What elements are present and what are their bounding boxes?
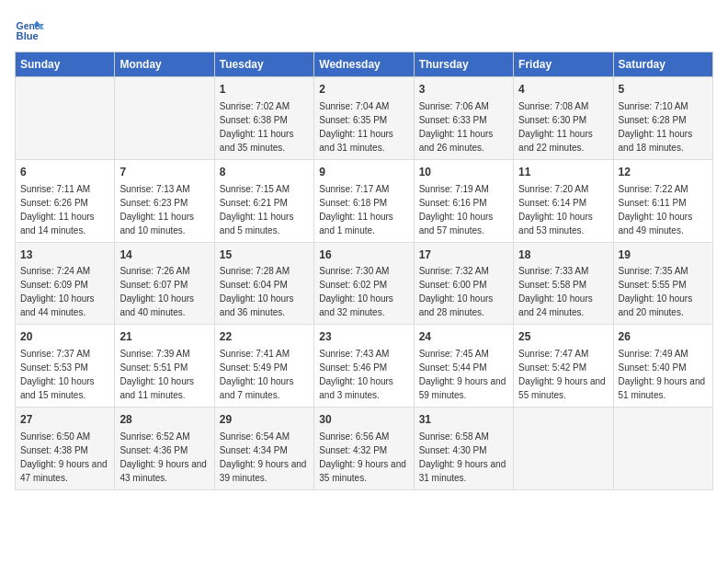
calendar-cell: 13Sunrise: 7:24 AMSunset: 6:09 PMDayligh… bbox=[16, 242, 115, 325]
day-info: Sunrise: 7:37 AMSunset: 5:53 PMDaylight:… bbox=[20, 349, 95, 400]
day-info: Sunrise: 7:43 AMSunset: 5:46 PMDaylight:… bbox=[319, 349, 393, 400]
day-number: 12 bbox=[619, 165, 708, 180]
calendar-cell: 3Sunrise: 7:06 AMSunset: 6:33 PMDaylight… bbox=[414, 77, 513, 160]
calendar-cell: 10Sunrise: 7:19 AMSunset: 6:16 PMDayligh… bbox=[414, 159, 513, 242]
calendar-cell: 12Sunrise: 7:22 AMSunset: 6:11 PMDayligh… bbox=[613, 159, 712, 242]
day-info: Sunrise: 7:26 AMSunset: 6:07 PMDaylight:… bbox=[119, 266, 194, 317]
calendar-cell: 8Sunrise: 7:15 AMSunset: 6:21 PMDaylight… bbox=[214, 159, 313, 242]
calendar-cell: 30Sunrise: 6:56 AMSunset: 4:32 PMDayligh… bbox=[314, 408, 414, 490]
calendar-week-row: 20Sunrise: 7:37 AMSunset: 5:53 PMDayligh… bbox=[16, 325, 713, 408]
svg-text:Blue: Blue bbox=[17, 30, 39, 41]
calendar-cell: 16Sunrise: 7:30 AMSunset: 6:02 PMDayligh… bbox=[314, 242, 414, 325]
day-info: Sunrise: 7:24 AMSunset: 6:09 PMDaylight:… bbox=[20, 266, 95, 317]
day-number: 29 bbox=[220, 412, 309, 428]
day-info: Sunrise: 7:04 AMSunset: 6:35 PMDaylight:… bbox=[319, 101, 393, 153]
calendar-header-row: SundayMondayTuesdayWednesdayThursdayFrid… bbox=[16, 52, 713, 77]
calendar-cell: 14Sunrise: 7:26 AMSunset: 6:07 PMDayligh… bbox=[115, 242, 214, 325]
day-header-thursday: Thursday bbox=[414, 52, 513, 77]
day-number: 7 bbox=[119, 165, 209, 180]
calendar-cell: 23Sunrise: 7:43 AMSunset: 5:46 PMDayligh… bbox=[314, 325, 414, 408]
day-number: 16 bbox=[319, 247, 408, 263]
day-number: 6 bbox=[20, 165, 109, 180]
day-number: 30 bbox=[319, 412, 408, 428]
day-number: 20 bbox=[20, 329, 109, 345]
calendar-cell: 7Sunrise: 7:13 AMSunset: 6:23 PMDaylight… bbox=[115, 159, 214, 242]
day-number: 26 bbox=[619, 329, 708, 345]
day-header-sunday: Sunday bbox=[16, 52, 115, 77]
calendar-week-row: 27Sunrise: 6:50 AMSunset: 4:38 PMDayligh… bbox=[16, 408, 713, 490]
day-info: Sunrise: 6:58 AMSunset: 4:30 PMDaylight:… bbox=[419, 431, 506, 483]
day-number: 2 bbox=[319, 82, 408, 98]
day-info: Sunrise: 6:50 AMSunset: 4:38 PMDaylight:… bbox=[20, 431, 108, 483]
calendar-cell: 20Sunrise: 7:37 AMSunset: 5:53 PMDayligh… bbox=[16, 325, 115, 408]
calendar-cell: 5Sunrise: 7:10 AMSunset: 6:28 PMDaylight… bbox=[613, 77, 712, 160]
day-number: 5 bbox=[619, 82, 708, 98]
calendar-week-row: 13Sunrise: 7:24 AMSunset: 6:09 PMDayligh… bbox=[16, 242, 713, 325]
day-number: 25 bbox=[518, 329, 608, 345]
calendar-cell: 1Sunrise: 7:02 AMSunset: 6:38 PMDaylight… bbox=[214, 77, 313, 160]
day-number: 18 bbox=[518, 247, 608, 263]
calendar-table: SundayMondayTuesdayWednesdayThursdayFrid… bbox=[15, 52, 713, 490]
day-info: Sunrise: 6:56 AMSunset: 4:32 PMDaylight:… bbox=[319, 431, 406, 483]
day-info: Sunrise: 7:39 AMSunset: 5:51 PMDaylight:… bbox=[119, 349, 194, 400]
day-info: Sunrise: 7:02 AMSunset: 6:38 PMDaylight:… bbox=[220, 101, 294, 153]
calendar-cell: 19Sunrise: 7:35 AMSunset: 5:55 PMDayligh… bbox=[613, 242, 712, 325]
calendar-cell: 24Sunrise: 7:45 AMSunset: 5:44 PMDayligh… bbox=[414, 325, 513, 408]
day-info: Sunrise: 7:33 AMSunset: 5:58 PMDaylight:… bbox=[518, 266, 593, 317]
calendar-cell: 25Sunrise: 7:47 AMSunset: 5:42 PMDayligh… bbox=[514, 325, 613, 408]
day-number: 19 bbox=[619, 247, 708, 263]
day-number: 31 bbox=[419, 412, 508, 428]
day-number: 22 bbox=[220, 329, 309, 345]
day-number: 15 bbox=[220, 247, 309, 263]
day-info: Sunrise: 7:10 AMSunset: 6:28 PMDaylight:… bbox=[619, 101, 693, 153]
day-number: 17 bbox=[419, 247, 508, 263]
day-number: 28 bbox=[119, 412, 209, 428]
day-number: 27 bbox=[20, 412, 109, 428]
calendar-cell: 21Sunrise: 7:39 AMSunset: 5:51 PMDayligh… bbox=[115, 325, 214, 408]
day-info: Sunrise: 7:15 AMSunset: 6:21 PMDaylight:… bbox=[220, 184, 294, 236]
day-info: Sunrise: 7:11 AMSunset: 6:26 PMDaylight:… bbox=[20, 184, 95, 236]
calendar-cell: 2Sunrise: 7:04 AMSunset: 6:35 PMDaylight… bbox=[314, 77, 414, 160]
calendar-week-row: 6Sunrise: 7:11 AMSunset: 6:26 PMDaylight… bbox=[16, 159, 713, 242]
day-info: Sunrise: 7:30 AMSunset: 6:02 PMDaylight:… bbox=[319, 266, 393, 317]
day-number: 11 bbox=[518, 165, 608, 180]
calendar-cell bbox=[514, 408, 613, 490]
calendar-week-row: 1Sunrise: 7:02 AMSunset: 6:38 PMDaylight… bbox=[16, 77, 713, 160]
page-header: General Blue bbox=[15, 15, 713, 44]
calendar-cell: 28Sunrise: 6:52 AMSunset: 4:36 PMDayligh… bbox=[115, 408, 214, 490]
calendar-cell: 27Sunrise: 6:50 AMSunset: 4:38 PMDayligh… bbox=[16, 408, 115, 490]
day-number: 1 bbox=[220, 82, 309, 98]
calendar-cell: 17Sunrise: 7:32 AMSunset: 6:00 PMDayligh… bbox=[414, 242, 513, 325]
day-info: Sunrise: 6:54 AMSunset: 4:34 PMDaylight:… bbox=[220, 431, 307, 483]
day-info: Sunrise: 7:19 AMSunset: 6:16 PMDaylight:… bbox=[419, 184, 494, 236]
day-number: 8 bbox=[220, 165, 309, 180]
calendar-cell: 18Sunrise: 7:33 AMSunset: 5:58 PMDayligh… bbox=[514, 242, 613, 325]
day-info: Sunrise: 7:28 AMSunset: 6:04 PMDaylight:… bbox=[220, 266, 294, 317]
calendar-cell: 11Sunrise: 7:20 AMSunset: 6:14 PMDayligh… bbox=[514, 159, 613, 242]
day-header-saturday: Saturday bbox=[613, 52, 712, 77]
day-number: 9 bbox=[319, 165, 408, 180]
day-info: Sunrise: 7:32 AMSunset: 6:00 PMDaylight:… bbox=[419, 266, 494, 317]
day-info: Sunrise: 7:49 AMSunset: 5:40 PMDaylight:… bbox=[619, 349, 706, 400]
day-info: Sunrise: 7:47 AMSunset: 5:42 PMDaylight:… bbox=[518, 349, 606, 400]
day-number: 13 bbox=[20, 247, 109, 263]
day-info: Sunrise: 7:17 AMSunset: 6:18 PMDaylight:… bbox=[319, 184, 393, 236]
day-number: 21 bbox=[119, 329, 209, 345]
day-info: Sunrise: 7:08 AMSunset: 6:30 PMDaylight:… bbox=[518, 101, 593, 153]
calendar-cell bbox=[115, 77, 214, 160]
day-number: 14 bbox=[119, 247, 209, 263]
day-number: 3 bbox=[419, 82, 508, 98]
day-info: Sunrise: 7:35 AMSunset: 5:55 PMDaylight:… bbox=[619, 266, 693, 317]
calendar-cell: 15Sunrise: 7:28 AMSunset: 6:04 PMDayligh… bbox=[214, 242, 313, 325]
calendar-cell: 29Sunrise: 6:54 AMSunset: 4:34 PMDayligh… bbox=[214, 408, 313, 490]
day-header-friday: Friday bbox=[514, 52, 613, 77]
logo: General Blue bbox=[15, 15, 44, 44]
day-number: 23 bbox=[319, 329, 408, 345]
day-info: Sunrise: 7:13 AMSunset: 6:23 PMDaylight:… bbox=[119, 184, 194, 236]
day-number: 4 bbox=[518, 82, 608, 98]
day-info: Sunrise: 7:06 AMSunset: 6:33 PMDaylight:… bbox=[419, 101, 494, 153]
calendar-cell: 4Sunrise: 7:08 AMSunset: 6:30 PMDaylight… bbox=[514, 77, 613, 160]
day-info: Sunrise: 6:52 AMSunset: 4:36 PMDaylight:… bbox=[119, 431, 207, 483]
day-info: Sunrise: 7:22 AMSunset: 6:11 PMDaylight:… bbox=[619, 184, 693, 236]
calendar-cell: 26Sunrise: 7:49 AMSunset: 5:40 PMDayligh… bbox=[613, 325, 712, 408]
